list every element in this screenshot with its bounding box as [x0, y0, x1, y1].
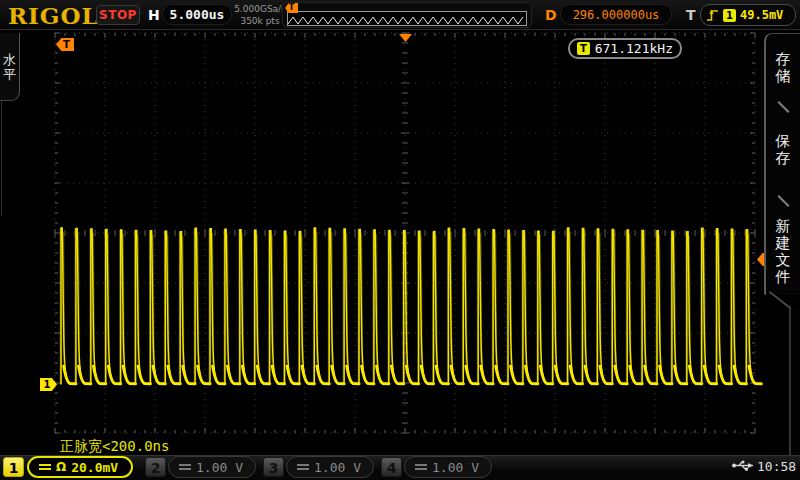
- top-status-bar: RIGOL STOP H 5.000us 5.000GSa/s 350k pts…: [0, 0, 800, 30]
- run-state-indicator[interactable]: STOP: [96, 5, 140, 25]
- ch1-scale: 20.0mV: [71, 460, 118, 475]
- ch2-badge[interactable]: 2: [145, 457, 166, 477]
- sample-rate: 5.000GSa/s: [234, 3, 286, 15]
- menu-separator: [777, 101, 789, 113]
- ch4-dc-coupling-icon: [415, 463, 427, 472]
- trigger-label: T: [686, 7, 696, 23]
- timebase-readout[interactable]: 5.000us: [162, 4, 232, 25]
- ch1-impedance: Ω: [56, 460, 66, 474]
- ch3-dc-coupling-icon: [297, 463, 309, 472]
- ch4-scale: 1.00 V: [432, 460, 479, 475]
- ch1-settings-box[interactable]: Ω 20.0mV: [27, 456, 133, 478]
- waveform-preview[interactable]: [287, 11, 527, 26]
- ch1-badge[interactable]: 1: [3, 457, 24, 477]
- freq-counter-value: 671.121kHz: [595, 41, 673, 56]
- ch4-badge[interactable]: 4: [381, 457, 402, 477]
- trigger-level-readout: 49.5mV: [740, 8, 783, 22]
- memory-depth: 350k pts: [234, 15, 286, 27]
- ch1-dc-coupling-icon: [39, 463, 51, 472]
- trigger-slope-icon: [707, 8, 719, 22]
- delay-label: D: [545, 7, 557, 23]
- trigger-settings-readout[interactable]: 1 49.5mV: [700, 4, 796, 26]
- freq-counter-source-badge: T: [577, 42, 590, 55]
- clock: 10:58: [757, 459, 796, 474]
- ch2-settings-box[interactable]: 1.00 V: [168, 456, 256, 478]
- menu-item-new-file[interactable]: 新建文件: [774, 218, 792, 286]
- trigger-delay-readout[interactable]: 296.000000us: [560, 4, 672, 25]
- menu-item-save[interactable]: 保存: [774, 133, 792, 167]
- preview-zigzag-icon: [288, 14, 526, 27]
- acquisition-info: 5.000GSa/s 350k pts: [234, 3, 286, 27]
- usb-icon: [731, 459, 755, 472]
- left-menu-title: 水平: [3, 52, 17, 82]
- ch4-settings-box[interactable]: 1.00 V: [404, 456, 492, 478]
- trigger-source-badge: 1: [723, 9, 736, 22]
- right-menu-panel: 存储 保存 新建文件: [764, 33, 800, 295]
- menu-separator: [777, 195, 789, 207]
- waveform-display: [0, 0, 800, 480]
- menu-item-storage[interactable]: 存储: [774, 51, 792, 85]
- ch3-scale: 1.00 V: [314, 460, 361, 475]
- ch2-dc-coupling-icon: [179, 463, 191, 472]
- left-menu-tab-horizontal[interactable]: 水平: [0, 33, 20, 101]
- trigger-pulse-width-info: 正脉宽<200.0ns: [60, 438, 169, 456]
- right-menu-edge: [789, 308, 800, 455]
- ch2-scale: 1.00 V: [196, 460, 243, 475]
- ch3-badge[interactable]: 3: [263, 457, 284, 477]
- horizontal-label: H: [148, 7, 160, 23]
- rigol-logo: RIGOL: [8, 2, 99, 29]
- oscilloscope-screen: RIGOL STOP H 5.000us 5.000GSa/s 350k pts…: [0, 0, 800, 480]
- left-menu-edge: [1, 101, 2, 216]
- frequency-counter: T 671.121kHz: [568, 38, 682, 59]
- ch3-settings-box[interactable]: 1.00 V: [286, 456, 374, 478]
